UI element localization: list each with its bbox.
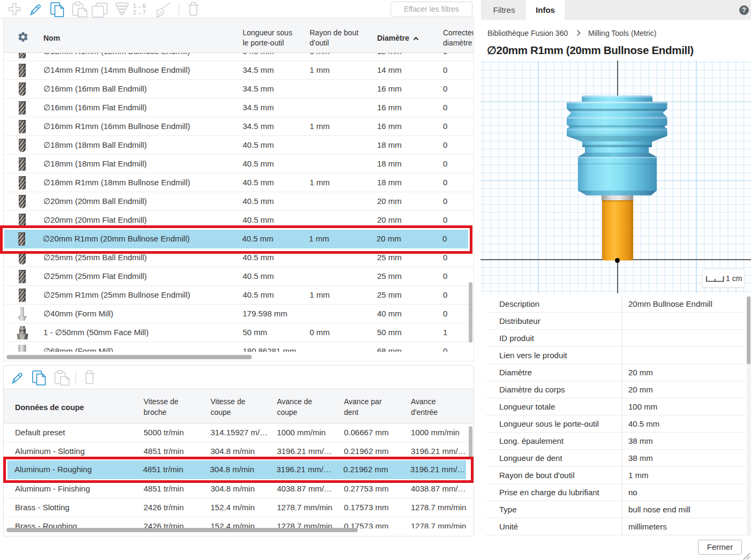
svg-text:2→7: 2→7 (133, 9, 146, 16)
svg-text:1→6: 1→6 (133, 3, 146, 9)
